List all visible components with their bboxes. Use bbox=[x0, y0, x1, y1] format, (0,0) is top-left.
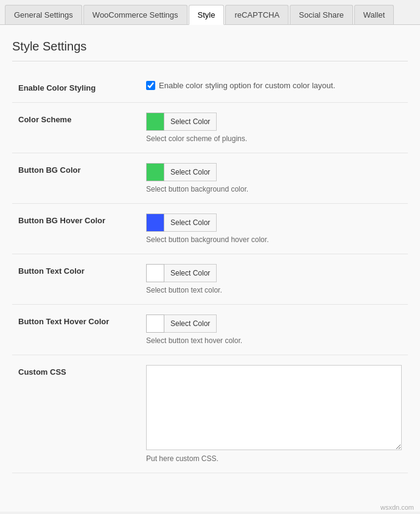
row-enable-color-styling: Enable Color Styling Enable color stylin… bbox=[12, 71, 408, 103]
tab-bar: General Settings WooCommerce Settings St… bbox=[0, 0, 420, 25]
button-text-color-label: Button Text Color bbox=[18, 266, 85, 276]
enable-color-styling-checkbox[interactable] bbox=[146, 81, 155, 90]
row-custom-css: Custom CSS Put here custom CSS. bbox=[12, 355, 408, 473]
button-text-color-description: Select button text color. bbox=[146, 286, 402, 294]
color-scheme-swatch[interactable] bbox=[146, 113, 164, 131]
button-bg-hover-color-picker: Select Color bbox=[146, 214, 402, 232]
enable-color-styling-label: Enable Color Styling bbox=[18, 83, 96, 92]
row-button-text-color: Button Text Color Select Color Select bu… bbox=[12, 254, 408, 305]
button-text-hover-color-swatch[interactable] bbox=[146, 314, 164, 333]
page-title: Style Settings bbox=[12, 40, 408, 61]
custom-css-description: Put here custom CSS. bbox=[146, 454, 402, 463]
color-scheme-label: Color Scheme bbox=[18, 115, 71, 124]
settings-table: Enable Color Styling Enable color stylin… bbox=[12, 71, 408, 473]
button-bg-color-picker: Select Color bbox=[146, 163, 402, 181]
watermark: wsxdn.com bbox=[380, 504, 414, 511]
button-text-color-button[interactable]: Select Color bbox=[164, 264, 217, 282]
color-scheme-picker: Select Color bbox=[146, 113, 402, 131]
row-button-bg-color: Button BG Color Select Color Select butt… bbox=[12, 153, 408, 204]
custom-css-label: Custom CSS bbox=[18, 367, 66, 377]
button-bg-color-description: Select button background color. bbox=[146, 185, 402, 193]
button-text-color-picker: Select Color bbox=[146, 264, 402, 282]
tab-social-share[interactable]: Social Share bbox=[290, 5, 353, 24]
button-bg-hover-color-description: Select button background hover color. bbox=[146, 235, 402, 244]
color-scheme-button[interactable]: Select Color bbox=[164, 113, 217, 131]
button-bg-color-swatch[interactable] bbox=[146, 163, 164, 181]
tab-style[interactable]: Style bbox=[189, 5, 225, 25]
button-bg-hover-color-label: Button BG Hover Color bbox=[18, 216, 105, 225]
tab-wallet[interactable]: Wallet bbox=[354, 5, 394, 24]
button-bg-hover-color-swatch[interactable] bbox=[146, 214, 164, 232]
custom-css-textarea[interactable] bbox=[146, 365, 402, 450]
tab-general-settings[interactable]: General Settings bbox=[5, 5, 82, 24]
button-text-hover-color-label: Button Text Hover Color bbox=[18, 317, 109, 326]
enable-color-styling-description: Enable color styling option for custom c… bbox=[159, 81, 335, 90]
tab-recaptcha[interactable]: reCAPTCHA bbox=[225, 5, 289, 24]
enable-color-styling-field: Enable color styling option for custom c… bbox=[146, 81, 402, 90]
button-text-hover-color-picker: Select Color bbox=[146, 314, 402, 333]
row-button-bg-hover-color: Button BG Hover Color Select Color Selec… bbox=[12, 204, 408, 254]
tab-woocommerce-settings[interactable]: WooCommerce Settings bbox=[83, 5, 187, 24]
button-text-hover-color-description: Select button text hover color. bbox=[146, 336, 402, 345]
row-button-text-hover-color: Button Text Hover Color Select Color Sel… bbox=[12, 305, 408, 355]
button-text-color-swatch[interactable] bbox=[146, 264, 164, 282]
button-bg-color-button[interactable]: Select Color bbox=[164, 163, 217, 181]
main-content: Style Settings Enable Color Styling Enab… bbox=[0, 25, 420, 512]
color-scheme-description: Select color scheme of plugins. bbox=[146, 134, 402, 143]
button-text-hover-color-button[interactable]: Select Color bbox=[164, 314, 217, 333]
button-bg-color-label: Button BG Color bbox=[18, 165, 81, 175]
row-color-scheme: Color Scheme Select Color Select color s… bbox=[12, 103, 408, 153]
button-bg-hover-color-button[interactable]: Select Color bbox=[164, 214, 217, 232]
